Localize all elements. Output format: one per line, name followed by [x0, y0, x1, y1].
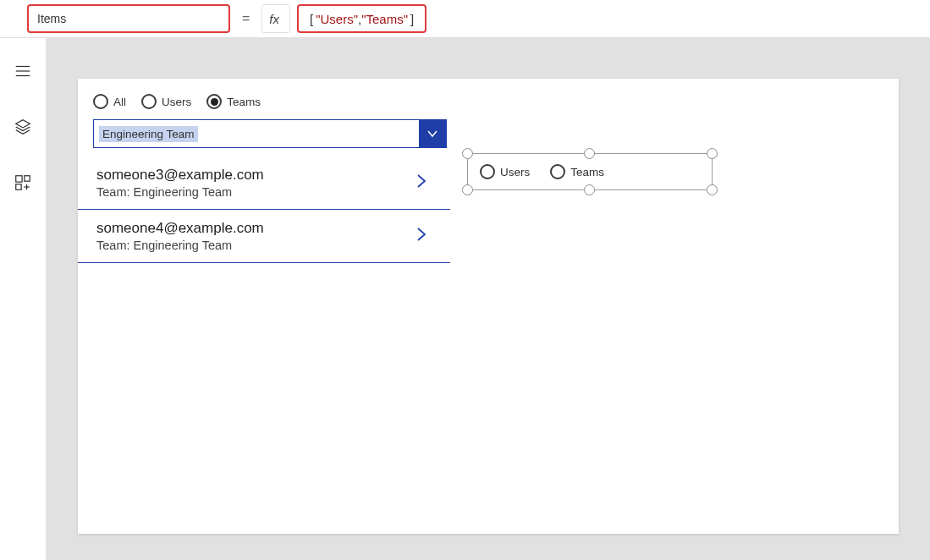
selected-radio-control[interactable]: Users Teams — [467, 153, 713, 190]
menu-icon[interactable] — [14, 62, 32, 84]
list-item-title: someone4@example.com — [96, 220, 432, 237]
chevron-right-icon — [413, 173, 430, 193]
resize-handle-sw[interactable] — [462, 184, 473, 195]
radio-teams[interactable]: Teams — [206, 94, 261, 109]
canvas-area[interactable]: All Users Teams Engineering Team — [47, 38, 930, 560]
property-selector[interactable]: Items — [27, 4, 230, 33]
chevron-down-icon — [419, 120, 446, 147]
radio-users[interactable]: Users — [141, 94, 191, 109]
radio-icon-selected — [206, 94, 222, 109]
formula-token-close: ] — [410, 12, 414, 26]
svg-rect-3 — [16, 176, 22, 182]
radio-label: Users — [162, 96, 191, 108]
radio-label: Users — [500, 166, 530, 178]
radio-icon — [480, 164, 495, 179]
property-selector-label: Items — [37, 12, 66, 25]
formula-input[interactable]: [ "Users" , "Teams" ] — [297, 4, 426, 33]
svg-rect-4 — [25, 176, 30, 181]
dropdown-selected: Engineering Team — [99, 126, 198, 142]
radio-icon — [93, 94, 108, 109]
layers-icon[interactable] — [14, 118, 32, 140]
insert-icon[interactable] — [14, 173, 32, 195]
workspace: All Users Teams Engineering Team — [0, 38, 930, 560]
resize-handle-se[interactable] — [707, 184, 718, 195]
radio-label: Teams — [570, 166, 604, 178]
left-rail — [0, 38, 47, 560]
radio-icon — [550, 164, 565, 179]
chevron-right-icon — [413, 226, 430, 246]
formula-token-string: "Users" — [316, 12, 358, 26]
radio-icon — [141, 94, 157, 109]
formula-token-string: "Teams" — [361, 12, 408, 26]
team-dropdown[interactable]: Engineering Team — [93, 119, 447, 148]
svg-rect-5 — [16, 184, 21, 189]
filter-radio-group: All Users Teams — [93, 94, 883, 109]
radio-label: All — [113, 96, 126, 108]
app-canvas[interactable]: All Users Teams Engineering Team — [78, 79, 899, 534]
resize-handle-ne[interactable] — [707, 148, 718, 159]
radio-users[interactable]: Users — [480, 164, 530, 179]
radio-teams[interactable]: Teams — [550, 164, 604, 179]
fx-button[interactable]: fx — [261, 4, 290, 33]
list-item-title: someone3@example.com — [96, 167, 432, 184]
list-item[interactable]: someone3@example.com Team: Engineering T… — [78, 156, 450, 209]
list-item[interactable]: someone4@example.com Team: Engineering T… — [78, 209, 450, 263]
list-item-subtitle: Team: Engineering Team — [96, 239, 432, 252]
equals-label: = — [237, 11, 255, 26]
list-item-subtitle: Team: Engineering Team — [96, 185, 432, 199]
resize-handle-s[interactable] — [584, 184, 595, 195]
radio-label: Teams — [227, 96, 261, 108]
formula-token-open: [ — [310, 12, 313, 26]
radio-all[interactable]: All — [93, 94, 126, 109]
results-list: someone3@example.com Team: Engineering T… — [78, 156, 450, 263]
resize-handle-nw[interactable] — [462, 148, 473, 159]
resize-handle-n[interactable] — [584, 148, 595, 159]
formula-bar: Items = fx [ "Users" , "Teams" ] — [0, 0, 930, 38]
fx-label: fx — [269, 12, 279, 26]
